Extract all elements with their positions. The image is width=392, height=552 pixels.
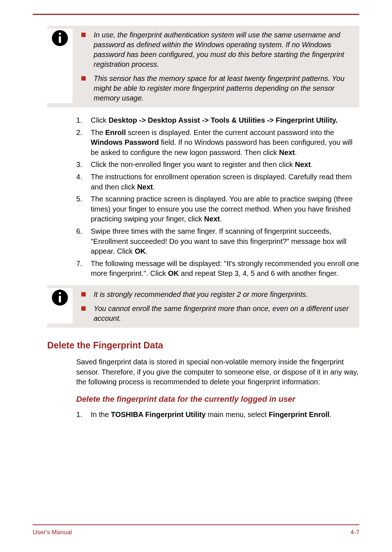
info-note-1: In use, the fingerprint authentication s… [47, 26, 359, 107]
list-item: 6.Swipe three times with the same finger… [76, 226, 359, 257]
paragraph-delete-intro: Saved fingerprint data is stored in spec… [76, 357, 359, 387]
step-text: Click Desktop -> Desktop Assist -> Tools… [91, 115, 359, 126]
info-list-1: In use, the fingerprint authentication s… [73, 29, 355, 103]
subheading-delete-current-user: Delete the fingerprint data for the curr… [76, 394, 359, 404]
bold-text: Enroll [105, 128, 126, 136]
step-text: Swipe three times with the same finger. … [91, 226, 359, 257]
info-icon [52, 30, 68, 46]
bold-text: Next [137, 183, 153, 191]
step-text: The following message will be displayed:… [91, 259, 359, 279]
list-item: 4.The instructions for enrollment operat… [76, 172, 359, 192]
step-text: In the TOSHIBA Fingerprint Utility main … [91, 410, 359, 420]
list-item: 2.The Enroll screen is displayed. Enter … [76, 128, 359, 158]
heading-delete-data: Delete the Fingerprint Data [47, 340, 359, 351]
header-rule [33, 14, 359, 15]
step-number: 1. [76, 115, 91, 126]
procedure-steps-1: 1.Click Desktop -> Desktop Assist -> Too… [76, 115, 359, 279]
info-item: This sensor has the memory space for at … [81, 74, 351, 103]
list-item: 1.In the TOSHIBA Fingerprint Utility mai… [76, 410, 359, 420]
step-number: 6. [76, 226, 91, 237]
square-bullet-icon [81, 76, 86, 81]
square-bullet-icon [81, 306, 86, 311]
info-item: You cannot enroll the same fingerprint m… [81, 304, 351, 323]
step-number: 7. [76, 259, 91, 269]
info-item: It is strongly recommended that you regi… [81, 290, 351, 299]
list-item: 1.Click Desktop -> Desktop Assist -> Too… [76, 115, 359, 126]
step-number: 3. [76, 160, 91, 170]
info-text: This sensor has the memory space for at … [94, 74, 351, 103]
step-text: The Enroll screen is displayed. Enter th… [91, 128, 359, 158]
procedure-steps-2: 1.In the TOSHIBA Fingerprint Utility mai… [76, 410, 359, 420]
bold-text: OK [135, 247, 146, 255]
info-list-2: It is strongly recommended that you regi… [73, 288, 355, 323]
info-icon-col [47, 29, 73, 103]
info-icon [52, 290, 68, 306]
list-item: 7.The following message will be displaye… [76, 259, 359, 279]
bold-text: TOSHIBA Fingerprint Utility [111, 410, 206, 418]
step-number: 1. [76, 410, 91, 420]
bold-text: Desktop -> Desktop Assist -> Tools & Uti… [109, 116, 338, 124]
info-text: It is strongly recommended that you regi… [94, 290, 308, 299]
info-text: In use, the fingerprint authentication s… [94, 30, 351, 69]
footer-title: User's Manual [33, 529, 72, 536]
info-text: You cannot enroll the same fingerprint m… [94, 304, 351, 323]
bold-text: Next [295, 160, 311, 168]
page-footer: User's Manual 4-7 [33, 524, 359, 536]
info-item: In use, the fingerprint authentication s… [81, 30, 351, 69]
list-item: 5.The scanning practice screen is displa… [76, 194, 359, 224]
footer-page-number: 4-7 [350, 529, 359, 536]
square-bullet-icon [81, 292, 86, 297]
list-item: 3.Click the non-enrolled finger you want… [76, 160, 359, 170]
bold-text: Next [279, 148, 295, 156]
step-number: 4. [76, 172, 91, 182]
step-text: The instructions for enrollment operatio… [91, 172, 359, 192]
square-bullet-icon [81, 33, 86, 37]
info-icon-col [47, 288, 73, 323]
bold-text: OK [168, 269, 179, 277]
bold-text: Windows Password [91, 138, 159, 146]
info-note-2: It is strongly recommended that you regi… [47, 285, 359, 328]
step-text: The scanning practice screen is displaye… [91, 194, 359, 224]
bold-text: Next [204, 215, 220, 223]
step-text: Click the non-enrolled finger you want t… [91, 160, 359, 170]
step-number: 2. [76, 128, 91, 138]
step-number: 5. [76, 194, 91, 204]
bold-text: Fingerprint Enroll [269, 410, 330, 418]
